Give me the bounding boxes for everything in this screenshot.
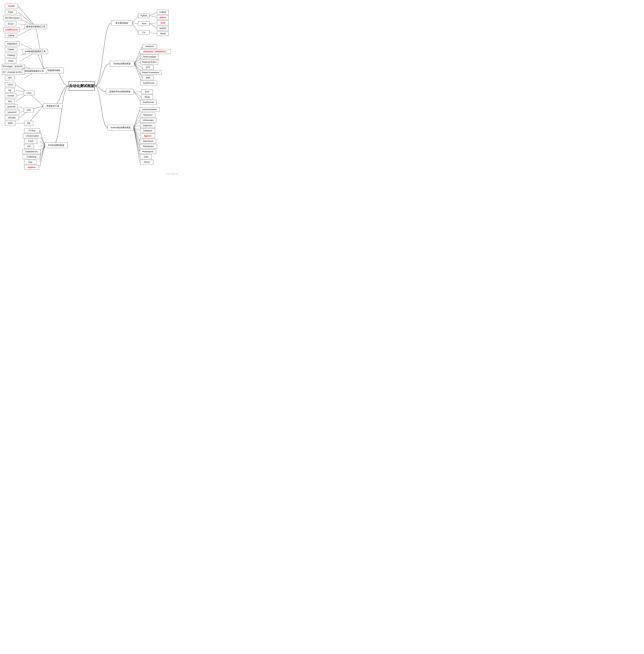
node-robospock: RoboSpock [140,149,156,154]
node-web-frontend-perf: web前端性能测试工具 [23,49,48,54]
node-espresso: Espresso [140,123,155,128]
svg-line-26 [134,128,140,141]
svg-line-21 [134,115,140,128]
node-white: White [141,95,153,99]
svg-line-17 [134,92,141,92]
node-locust: locust [5,22,16,26]
node-linux: Linux [24,91,34,95]
node-robotium: Robotium [141,113,155,117]
branch-desktop: 桌面程序自动测试框架 [106,89,134,94]
node-kiwi: Kiwi [24,160,37,164]
svg-line-22 [134,120,140,128]
node-appium-ios: Appium [24,165,39,170]
node-frank: Frank [24,139,37,143]
node-apt: APT [5,76,15,80]
node-robot-fw: Robot Framework [140,70,161,75]
node-firebug: Firebug [5,53,17,57]
node-kif: KIF [24,144,34,149]
node-vmstat: vmstat [5,93,16,98]
node-selenium2: selenium2（webdriver） [140,49,171,54]
node-watir: watir [142,75,154,80]
node-jvm: JVM [24,108,33,113]
svg-line-25 [134,128,140,136]
branch-unit-label: 单元测试框架 [115,22,128,25]
node-db: DB [24,121,33,125]
svg-line-23 [134,125,140,128]
branch-perf: 性能测试框架 [44,68,64,73]
node-pytest: pytest [157,15,169,20]
svg-line-5 [150,23,157,24]
node-robolectric: Robolectric [140,144,157,149]
node-server-perf-label: 服务器性能测试工具 [24,24,47,29]
node-calabash: Calabash [140,128,155,133]
node-rational-robot: Rational Robot [140,60,158,64]
node-httpwatch: HttpWatch [5,42,20,46]
svg-line-0 [133,16,138,23]
node-appium-android: Appium [140,134,155,138]
svg-line-28 [134,128,140,152]
svg-line-39 [36,27,44,70]
node-pylot: Pylot [5,10,16,15]
watermark: CSDN 转载文章©️ [166,173,179,175]
branch-android-label: Android自动测试框架 [111,126,131,129]
node-autorunner-desktop: AutoRunner [140,100,157,104]
node-java: Java [138,21,150,26]
svg-line-27 [134,128,140,146]
node-nunit: NUnit [157,31,169,36]
svg-line-18 [134,92,141,97]
branch-perf-label: 性能测试框架 [48,69,60,72]
branch-desktop-label: 桌面程序自动测试框架 [109,90,131,93]
center-node: 自动化测试框架 [69,81,95,91]
node-subliminal: Subliminal [23,154,40,159]
branch-unit: 单元测试框架 [111,20,133,26]
svg-line-8 [150,32,157,34]
branch-resource-label: 资源监控工具 [46,105,59,107]
svg-line-24 [134,128,140,131]
node-autorunner-web: AutoRunner [141,81,157,85]
node-instrumentation: Instrumentation [140,107,159,112]
svg-line-34 [40,145,45,146]
node-jvisualvm: jvisualvm [5,110,19,115]
svg-line-30 [134,128,140,162]
svg-line-3 [150,16,157,18]
node-unittest: unittest [157,10,169,15]
branch-ios: IOS自动测试框架 [45,143,68,148]
node-qtp-desktop: QTP [141,90,153,94]
node-selenium: selenium [142,44,157,49]
node-nmon: nmon [5,82,16,87]
svg-line-7 [133,23,138,32]
svg-line-38 [40,145,45,167]
center-label: 自动化测试框架 [69,83,94,89]
node-jprofiler: JProfiler [5,116,19,120]
svg-line-6 [150,24,157,28]
branch-android: Android自动测试框架 [108,125,134,130]
svg-line-33 [40,141,45,145]
node-gt: GT（Android & IOS） [2,70,25,74]
branch-ios-label: IOS自动测试框架 [48,144,64,147]
node-junit: Junit [157,21,169,25]
node-free: free [5,99,15,103]
node-testng: testNG [157,26,169,30]
node-cafe: Cafe [140,154,152,159]
node-mul-mech: Mul-Mechanize [3,16,21,20]
node-loadrunner: LoadRunner [3,27,20,32]
svg-line-29 [134,128,140,157]
node-jconsole: jconsole [5,104,18,109]
node-csharp: C# [138,30,150,35]
branch-web: Web自动测试框架 [110,61,134,67]
node-awr: AWR [5,121,16,125]
node-uiautomation: UIAutomation [23,134,42,138]
svg-line-4 [133,23,138,24]
node-python: Python [138,14,150,18]
node-jmeter: Jmeter [5,4,18,8]
node-calabash-ios: Calabash-ios [23,149,41,154]
node-qtp-web: QTP [142,65,154,70]
node-gating: Gating [5,33,17,38]
node-selendroid: Selendroid [140,139,156,143]
node-fiddler: Fiddler [5,47,17,52]
svg-line-20 [134,110,140,128]
svg-line-2 [150,12,157,16]
node-testcomplete: TestComplete [141,54,159,59]
node-mobile-perf: 移动端性能测试工具 [23,69,46,74]
branch-resource: 资源监控工具 [43,103,63,108]
